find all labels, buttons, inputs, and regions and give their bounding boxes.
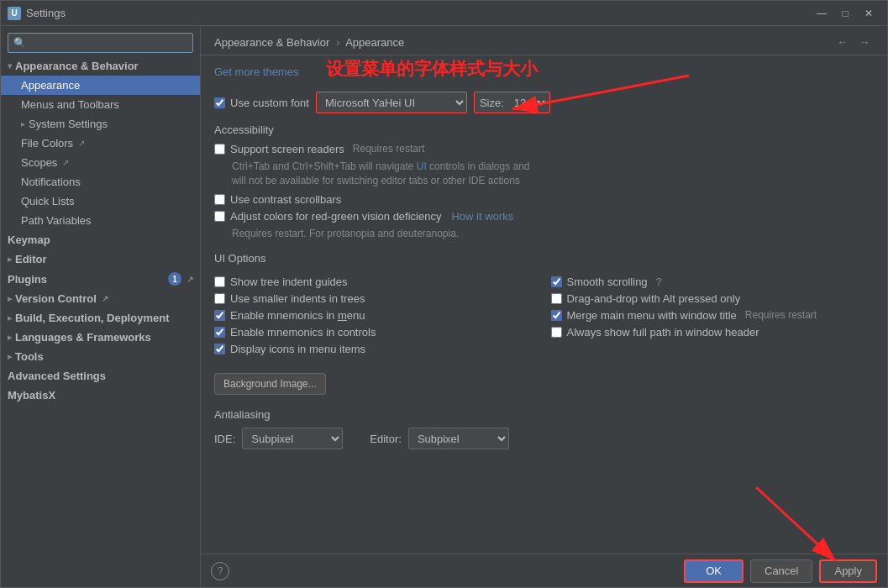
enable-mnemonics-controls-label[interactable]: Enable mnemonics in controls [214, 326, 376, 339]
contrast-scrollbars-checkbox[interactable] [214, 194, 225, 205]
sidebar-item-file-colors[interactable]: File Colors ↗ [1, 134, 200, 153]
minimize-button[interactable]: — [810, 2, 833, 25]
help-button[interactable]: ? [211, 562, 229, 580]
smooth-scrolling-help-icon[interactable]: ? [656, 276, 662, 288]
use-smaller-indents-label[interactable]: Use smaller indents in trees [214, 292, 365, 305]
sidebar-item-mybatisx[interactable]: MybatisX [1, 386, 200, 405]
background-image-container: Background Image... [214, 366, 874, 395]
smooth-scrolling-label[interactable]: Smooth scrolling [551, 276, 648, 288]
sidebar-item-appearance-behavior[interactable]: ▾ Appearance & Behavior [1, 56, 200, 76]
sidebar-item-notifications[interactable]: Notifications [1, 172, 200, 192]
enable-mnemonics-controls-row: Enable mnemonics in controls [214, 326, 538, 339]
adjust-colors-note: Requires restart. For protanopia and deu… [232, 227, 874, 241]
sidebar-item-scopes[interactable]: Scopes ↗ [1, 153, 200, 172]
chevron-right-icon: ▸ [8, 352, 12, 361]
cancel-button[interactable]: Cancel [750, 559, 812, 583]
sidebar-item-system-settings[interactable]: ▸ System Settings [1, 114, 200, 134]
show-tree-indent-checkbox[interactable] [214, 276, 225, 287]
get-more-themes-link[interactable]: Get more themes [214, 66, 298, 78]
use-smaller-indents-row: Use smaller indents in trees [214, 292, 538, 305]
use-custom-font-checkbox[interactable] [214, 97, 225, 108]
sidebar-item-languages-frameworks[interactable]: ▸ Languages & Frameworks [1, 328, 200, 347]
apply-button[interactable]: Apply [819, 559, 877, 583]
window-title: Settings [26, 7, 810, 19]
action-buttons: OK Cancel Apply [684, 559, 877, 583]
chevron-right-icon: ▸ [8, 294, 12, 303]
sidebar-item-menus-toolbars[interactable]: Menus and Toolbars [1, 95, 200, 114]
font-dropdown[interactable]: Microsoft YaHei UI Arial Segoe UI [316, 92, 467, 113]
editor-aa-label: Editor: [370, 433, 402, 445]
use-smaller-indents-checkbox[interactable] [214, 293, 225, 304]
nav-forward-button[interactable]: → [855, 33, 874, 51]
antialiasing-section: Antialiasing IDE: Subpixel Greyscale Non… [214, 408, 874, 449]
support-screen-readers-checkbox[interactable] [214, 144, 225, 155]
merge-main-menu-checkbox[interactable] [551, 310, 562, 321]
sidebar-item-editor[interactable]: ▸ Editor [1, 249, 200, 269]
support-screen-readers-label[interactable]: Support screen readers [214, 143, 344, 155]
question-icon: ? [218, 565, 223, 577]
drag-and-drop-label[interactable]: Drag-and-drop with Alt pressed only [551, 292, 741, 305]
external-icon: ↗ [78, 139, 85, 148]
panel-header: Appearance & Behavior › Appearance ← → [201, 26, 887, 55]
size-label: Size: [476, 97, 507, 109]
sidebar-item-tools[interactable]: ▸ Tools [1, 347, 200, 366]
sidebar-item-path-variables[interactable]: Path Variables [1, 211, 200, 230]
right-panel: Appearance & Behavior › Appearance ← → G… [201, 26, 887, 587]
ui-options-section-title: UI Options [214, 252, 874, 265]
adjust-colors-label[interactable]: Adjust colors for red-green vision defic… [214, 210, 441, 223]
merge-main-menu-label[interactable]: Merge main menu with window title [551, 309, 737, 322]
drag-and-drop-checkbox[interactable] [551, 293, 562, 304]
use-custom-font-label[interactable]: Use custom font [214, 97, 309, 109]
nav-arrows: ← → [833, 33, 874, 51]
breadcrumb-parent: Appearance & Behavior [214, 36, 329, 49]
contrast-scrollbars-label[interactable]: Use contrast scrollbars [214, 193, 341, 206]
maximize-button[interactable]: □ [833, 2, 857, 25]
merge-requires-restart: Requires restart [745, 309, 817, 321]
bottom-bar: ? OK Cancel Apply [201, 554, 887, 587]
antialiasing-title: Antialiasing [214, 408, 874, 421]
display-icons-checkbox[interactable] [214, 344, 225, 354]
sidebar-item-quick-lists[interactable]: Quick Lists [1, 192, 200, 211]
chevron-right-icon: ▸ [21, 119, 25, 129]
adjust-colors-checkbox[interactable] [214, 211, 225, 222]
breadcrumb-separator: › [336, 36, 339, 49]
chevron-right-icon: ▸ [8, 313, 12, 323]
nav-back-button[interactable]: ← [833, 33, 852, 51]
search-input[interactable] [8, 33, 193, 53]
smooth-scrolling-checkbox[interactable] [551, 276, 562, 287]
smooth-scrolling-row: Smooth scrolling ? [551, 276, 875, 288]
always-show-full-path-checkbox[interactable] [551, 327, 562, 338]
requires-restart-note: Requires restart [353, 143, 424, 155]
drag-and-drop-row: Drag-and-drop with Alt pressed only [551, 292, 875, 305]
enable-mnemonics-menu-checkbox[interactable] [214, 310, 225, 321]
chevron-right-icon: ▸ [8, 333, 12, 342]
font-size-dropdown[interactable]: 13 10 11 12 14 15 16 [511, 93, 548, 112]
adjust-colors-row: Adjust colors for red-green vision defic… [214, 210, 874, 223]
sidebar-item-advanced-settings[interactable]: Advanced Settings [1, 366, 200, 386]
enable-mnemonics-menu-label[interactable]: Enable mnemonics in menu [214, 309, 365, 322]
col1: Show tree indent guides Use smaller inde… [214, 271, 538, 360]
merge-main-menu-row: Merge main menu with window title Requir… [551, 309, 875, 322]
ui-options-grid: Show tree indent guides Use smaller inde… [214, 271, 874, 360]
show-tree-indent-label[interactable]: Show tree indent guides [214, 276, 347, 288]
editor-aa-dropdown[interactable]: Subpixel Greyscale None [408, 428, 509, 449]
antialiasing-row: IDE: Subpixel Greyscale None Editor: Sub… [214, 428, 874, 449]
col2: Smooth scrolling ? Drag-and-drop with Al… [551, 271, 875, 360]
sidebar-item-build-execution[interactable]: ▸ Build, Execution, Deployment [1, 308, 200, 328]
background-image-button[interactable]: Background Image... [214, 373, 326, 395]
ok-button[interactable]: OK [684, 559, 744, 583]
display-icons-label[interactable]: Display icons in menu items [214, 343, 365, 355]
enable-mnemonics-controls-checkbox[interactable] [214, 327, 225, 338]
external-icon: ↗ [187, 275, 193, 284]
sidebar-item-appearance[interactable]: Appearance [1, 76, 200, 95]
ide-aa-dropdown[interactable]: Subpixel Greyscale None [242, 428, 343, 449]
close-button[interactable]: ✕ [857, 2, 880, 25]
always-show-full-path-label[interactable]: Always show full path in window header [551, 326, 759, 339]
sidebar-item-keymap[interactable]: Keymap [1, 230, 200, 249]
enable-mnemonics-menu-row: Enable mnemonics in menu [214, 309, 538, 322]
sidebar-item-plugins[interactable]: Plugins 1 ↗ [1, 269, 200, 289]
display-icons-row: Display icons in menu items [214, 343, 538, 355]
external-icon: ↗ [102, 294, 108, 303]
how-it-works-link[interactable]: How it works [451, 210, 513, 223]
sidebar-item-version-control[interactable]: ▸ Version Control ↗ [1, 289, 200, 308]
